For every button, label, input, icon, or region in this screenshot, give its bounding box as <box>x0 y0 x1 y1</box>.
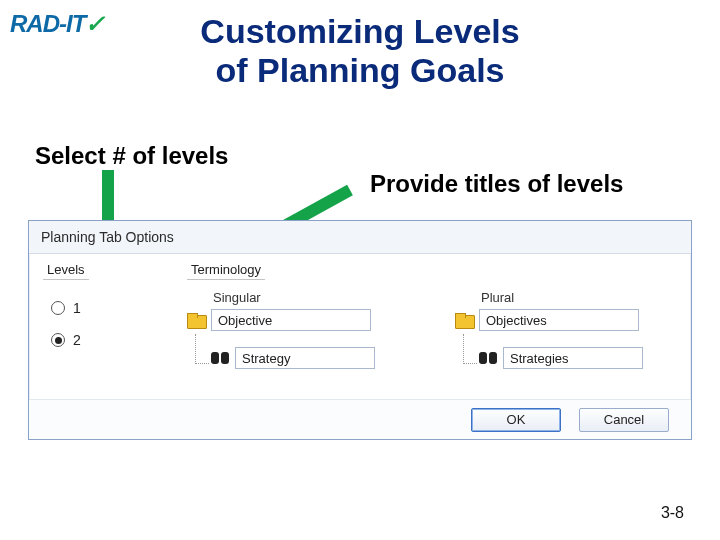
terminology-section-label: Terminology <box>187 260 265 280</box>
singular-level1-row: Objective <box>187 309 375 331</box>
binoculars-icon <box>479 352 497 364</box>
plural-level2-row: Strategies <box>479 347 643 369</box>
tree-connector <box>463 334 477 364</box>
annotation-select-levels: Select # of levels <box>35 142 228 170</box>
tree-connector <box>195 334 209 364</box>
singular-column: Singular Objective Strategy <box>187 290 375 385</box>
plural-label: Plural <box>481 290 643 305</box>
ok-button[interactable]: OK <box>471 408 561 432</box>
slide-title-line2: of Planning Goals <box>215 51 504 89</box>
dialog-header: Planning Tab Options <box>29 221 691 254</box>
levels-radio-2[interactable]: 2 <box>51 332 163 348</box>
singular-level1-input[interactable]: Objective <box>211 309 371 331</box>
radio-icon <box>51 301 65 315</box>
planning-tab-options-dialog: Planning Tab Options Levels 1 2 Terminol… <box>28 220 692 440</box>
binoculars-icon <box>211 352 229 364</box>
levels-section: Levels 1 2 <box>43 260 163 364</box>
singular-label: Singular <box>213 290 375 305</box>
radio-label: 1 <box>73 300 81 316</box>
dialog-footer: OK Cancel <box>29 399 691 439</box>
plural-level2-input[interactable]: Strategies <box>503 347 643 369</box>
plural-level1-row: Objectives <box>455 309 643 331</box>
terminology-section: Terminology Singular Objective Strategy <box>187 260 677 385</box>
slide-title-line1: Customizing Levels <box>200 12 519 50</box>
slide-title: Customizing Levels of Planning Goals <box>0 12 720 90</box>
page-number: 3-8 <box>661 504 684 522</box>
folder-icon <box>187 313 205 327</box>
annotation-provide-titles: Provide titles of levels <box>370 170 623 198</box>
levels-radio-1[interactable]: 1 <box>51 300 163 316</box>
dialog-body: Levels 1 2 Terminology Singular Objectiv… <box>29 254 691 404</box>
radio-icon <box>51 333 65 347</box>
plural-level1-input[interactable]: Objectives <box>479 309 639 331</box>
cancel-button[interactable]: Cancel <box>579 408 669 432</box>
singular-level2-row: Strategy <box>211 347 375 369</box>
singular-level2-input[interactable]: Strategy <box>235 347 375 369</box>
levels-section-label: Levels <box>43 260 89 280</box>
folder-icon <box>455 313 473 327</box>
plural-column: Plural Objectives Strategies <box>455 290 643 385</box>
radio-label: 2 <box>73 332 81 348</box>
